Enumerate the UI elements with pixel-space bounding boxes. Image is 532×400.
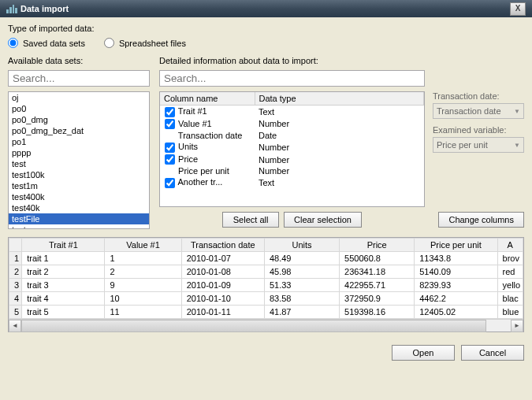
preview-header[interactable]: Transaction date [181,239,264,252]
select-all-button[interactable]: Select all [222,212,279,228]
column-row[interactable]: UnitsNumber [160,141,424,154]
detail-search[interactable] [159,70,425,87]
list-item[interactable]: po0_dmg [9,114,149,125]
clear-selection-button[interactable]: Clear selection [284,212,362,228]
preview-row[interactable]: 5trait 5112010-01-1141.87519398.1612405.… [9,306,523,319]
list-item[interactable]: test40k [9,202,149,213]
radio-saved-input[interactable] [8,38,18,48]
preview-header[interactable]: Price [340,239,415,252]
chevron-down-icon: ▼ [514,108,520,115]
column-row[interactable]: Transaction dateDate [160,130,424,141]
list-item[interactable]: pppp [9,147,149,158]
titlebar: Data import X [0,0,532,17]
scroll-right-icon[interactable]: ► [511,320,523,332]
chevron-down-icon: ▼ [514,142,520,149]
preview-header[interactable] [9,239,22,252]
window-title: Data import [20,4,69,13]
transaction-date-combo[interactable]: Transaction date▼ [433,103,524,119]
list-item[interactable]: test1m [9,180,149,191]
column-row[interactable]: Price per unitNumber [160,165,424,176]
transaction-date-label: Transaction date: [433,91,524,101]
available-list[interactable]: ojpo0po0_dmgpo0_dmg_bez_datpo1pppptestte… [8,91,150,229]
list-item[interactable]: oj [9,92,149,103]
preview-header[interactable]: Units [264,239,339,252]
list-item[interactable]: po0 [9,103,149,114]
preview-header[interactable]: Price per unit [415,239,497,252]
column-row[interactable]: Value #1Number [160,118,424,131]
list-item[interactable]: test_ [9,224,149,229]
scroll-thumb[interactable] [21,320,486,332]
change-columns-button[interactable]: Change columns [438,212,524,228]
preview-header[interactable]: Value #1 [105,239,181,252]
column-checkbox[interactable] [165,119,175,129]
preview-header[interactable]: Trait #1 [22,239,105,252]
col-header-type[interactable]: Data type [255,92,424,106]
preview-row[interactable]: 4trait 4102010-01-1083.58372950.94462.2b… [9,292,523,306]
radio-spreadsheet-input[interactable] [104,38,114,48]
scroll-left-icon[interactable]: ◄ [9,320,21,332]
examined-variable-combo[interactable]: Price per unit▼ [433,137,524,153]
cancel-button[interactable]: Cancel [461,345,524,361]
list-item[interactable]: test [9,158,149,169]
preview-header[interactable]: A [497,239,523,252]
radio-spreadsheet[interactable]: Spreadsheet files [104,38,186,48]
list-item[interactable]: test100k [9,169,149,180]
list-item[interactable]: testFile [9,213,149,224]
list-item[interactable]: po1 [9,136,149,147]
column-checkbox[interactable] [165,143,175,153]
detail-label: Detailed information about data to impor… [159,56,524,65]
column-row[interactable]: Another tr...Text [160,176,424,189]
col-header-name[interactable]: Column name [160,92,255,106]
chart-icon [6,4,17,13]
column-checkbox[interactable] [165,107,175,117]
preview-table[interactable]: Trait #1Value #1Transaction dateUnitsPri… [8,237,524,332]
available-label: Available data sets: [8,56,150,65]
radio-saved[interactable]: Saved data sets [8,38,85,48]
column-checkbox[interactable] [165,154,175,165]
examined-variable-label: Examined variable: [433,125,524,135]
close-button[interactable]: X [510,2,526,16]
type-label: Type of imported data: [8,24,524,33]
available-search[interactable] [8,70,150,87]
preview-row[interactable]: 1trait 112010-01-0748.49550060.811343.8b… [9,252,523,265]
preview-row[interactable]: 2trait 222010-01-0845.98236341.185140.09… [9,265,523,279]
column-row[interactable]: PriceNumber [160,154,424,166]
open-button[interactable]: Open [392,345,455,361]
column-table[interactable]: Column name Data type Trait #1Text Value… [159,91,425,207]
column-checkbox[interactable] [165,178,175,188]
preview-row[interactable]: 3trait 392010-01-0951.33422955.718239.93… [9,279,523,292]
column-row[interactable]: Trait #1Text [160,106,424,118]
list-item[interactable]: po0_dmg_bez_dat [9,125,149,136]
list-item[interactable]: test400k [9,191,149,202]
horizontal-scrollbar[interactable]: ◄ ► [9,319,523,331]
